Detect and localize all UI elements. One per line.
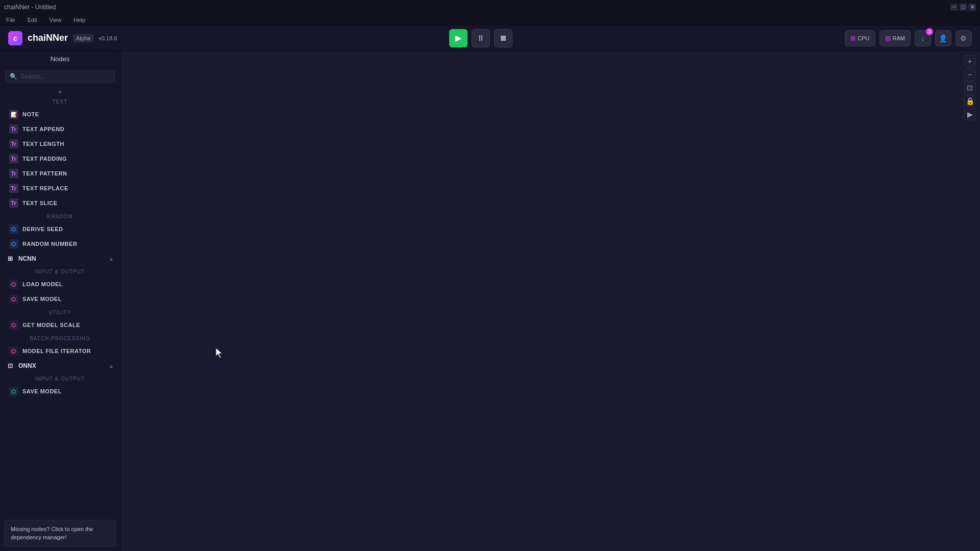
node-text-append[interactable]: Tr TEXT APPEND — [3, 122, 117, 136]
menu-file[interactable]: File — [4, 16, 17, 24]
minimize-button[interactable]: ─ — [950, 4, 958, 11]
cpu-icon: ⊞ — [850, 35, 855, 42]
note-label: NOTE — [22, 111, 39, 117]
zoom-in-button[interactable]: + — [964, 55, 976, 67]
app-version: v0.18.6 — [99, 35, 117, 41]
ram-button[interactable]: ▤ RAM — [879, 30, 911, 46]
derive-seed-icon: ⬡ — [9, 224, 18, 234]
get-model-scale-label: GET MODEL SCALE — [22, 322, 80, 328]
toolbar-right: ⊞ CPU ▤ RAM ↓ 3 👤 ⚙ — [845, 30, 972, 46]
maximize-button[interactable]: □ — [960, 4, 967, 11]
ncnn-batch-label: BATCH PROCESSING — [0, 333, 120, 343]
text-replace-icon: Tr — [9, 184, 18, 193]
stop-button[interactable]: ⏹ — [494, 29, 512, 47]
ncnn-utility-label: UTILITY — [0, 307, 120, 317]
node-ncnn-save-model[interactable]: ⬡ SAVE MODEL — [3, 292, 117, 306]
text-slice-label: TEXT SLICE — [22, 200, 58, 206]
ram-icon: ▤ — [885, 35, 891, 42]
ncnn-save-model-label: SAVE MODEL — [22, 296, 62, 302]
model-file-iterator-label: MODEL FILE ITERATOR — [22, 348, 91, 354]
download-badge: 3 — [926, 28, 933, 35]
profile-button[interactable]: 👤 — [935, 30, 951, 46]
close-button[interactable]: ✕ — [969, 4, 976, 11]
ncnn-section-left: ⊞ NCNN — [6, 255, 36, 263]
random-number-label: RANDOM NUMBER — [22, 241, 77, 247]
search-input[interactable] — [20, 73, 110, 80]
onnx-icon: ⊡ — [6, 362, 14, 370]
node-text-padding[interactable]: Tr TEXT PADDING — [3, 152, 117, 166]
app-logo: c — [8, 31, 22, 45]
settings-button[interactable]: ⚙ — [955, 30, 972, 46]
play-button[interactable]: ▶ — [449, 29, 468, 47]
titlebar-title: chaiNNer - Untitled — [4, 4, 56, 11]
text-padding-label: TEXT PADDING — [22, 156, 67, 162]
pause-button[interactable]: ⏸ — [472, 29, 490, 47]
sidebar-scroll[interactable]: ▲ TEXT 📝 NOTE Tr TEXT APPEND Tr TEXT LEN… — [0, 86, 120, 516]
sidebar-header: Nodes — [0, 51, 120, 67]
node-text-replace[interactable]: Tr TEXT REPLACE — [3, 181, 117, 195]
canvas-area[interactable]: + − ⊡ 🔒 ▶ — [120, 51, 980, 551]
onnx-section-left: ⊡ ONNX — [6, 362, 36, 370]
scroll-up-indicator: ▲ — [0, 86, 120, 96]
cpu-button[interactable]: ⊞ CPU — [845, 30, 875, 46]
node-text-slice[interactable]: Tr TEXT SLICE — [3, 196, 117, 210]
cursor-indicator — [215, 347, 225, 361]
ncnn-icon: ⊞ — [6, 255, 14, 263]
titlebar-left: chaiNNer - Untitled — [4, 4, 56, 11]
text-pattern-icon: Tr — [9, 169, 18, 178]
lock-button[interactable]: 🔒 — [964, 95, 976, 107]
ncnn-input-output-label: INPUT & OUTPUT — [0, 266, 120, 277]
onnx-chevron-icon: ▲ — [109, 363, 114, 369]
ncnn-save-model-icon: ⬡ — [9, 294, 18, 304]
menu-edit[interactable]: Edit — [26, 16, 39, 24]
ncnn-load-model-icon: ⬡ — [9, 280, 18, 289]
onnx-save-model-icon: ⬡ — [9, 387, 18, 396]
menu-help[interactable]: Help — [71, 16, 87, 24]
node-random-number[interactable]: ⬡ RANDOM NUMBER — [3, 237, 117, 251]
node-text-length[interactable]: Tr TEXT LENGTH — [3, 137, 117, 151]
missing-nodes-line1: Missing nodes? Click to open the — [11, 526, 93, 532]
missing-nodes-banner[interactable]: Missing nodes? Click to open the depende… — [4, 520, 116, 547]
missing-nodes-line2: dependency manager! — [11, 534, 66, 540]
forward-button[interactable]: ▶ — [964, 108, 976, 120]
ram-label: RAM — [893, 35, 905, 41]
node-note[interactable]: 📝 NOTE — [3, 107, 117, 121]
fit-button[interactable]: ⊡ — [964, 82, 976, 94]
ncnn-label: NCNN — [18, 255, 36, 262]
main-container: Nodes 🔍 ▲ TEXT 📝 NOTE Tr TEXT APPEND — [0, 51, 980, 551]
text-append-label: TEXT APPEND — [22, 126, 64, 132]
menubar: File Edit View Help — [0, 14, 980, 26]
node-ncnn-load-model[interactable]: ⬡ LOAD MODEL — [3, 277, 117, 291]
onnx-save-model-label: SAVE MODEL — [22, 388, 62, 394]
app-name: chaiNNer — [28, 33, 68, 43]
ncnn-section-header[interactable]: ⊞ NCNN ▲ — [0, 252, 120, 266]
onnx-section-header[interactable]: ⊡ ONNX ▲ — [0, 359, 120, 373]
app-badge: Alpha — [73, 34, 93, 42]
text-padding-icon: Tr — [9, 154, 18, 163]
toolbar-center: ▶ ⏸ ⏹ — [449, 29, 512, 47]
search-icon: 🔍 — [10, 73, 17, 80]
model-file-iterator-icon: ⬡ — [9, 346, 18, 356]
text-slice-icon: Tr — [9, 198, 18, 208]
zoom-out-button[interactable]: − — [964, 68, 976, 81]
node-text-pattern[interactable]: Tr TEXT PATTERN — [3, 166, 117, 181]
sidebar: Nodes 🔍 ▲ TEXT 📝 NOTE Tr TEXT APPEND — [0, 51, 120, 551]
random-category-label: RANDOM — [0, 211, 120, 221]
node-get-model-scale[interactable]: ⬡ GET MODEL SCALE — [3, 318, 117, 332]
node-onnx-save-model[interactable]: ⬡ SAVE MODEL — [3, 384, 117, 398]
ncnn-load-model-label: LOAD MODEL — [22, 281, 63, 287]
titlebar: chaiNNer - Untitled ─ □ ✕ — [0, 0, 980, 14]
node-derive-seed[interactable]: ⬡ DERIVE SEED — [3, 222, 117, 236]
menu-view[interactable]: View — [47, 16, 64, 24]
zoom-controls: + − ⊡ 🔒 ▶ — [960, 51, 980, 124]
onnx-input-output-label: INPUT & OUTPUT — [0, 373, 120, 384]
cpu-label: CPU — [857, 35, 869, 41]
random-number-icon: ⬡ — [9, 239, 18, 248]
search-bar: 🔍 — [0, 67, 120, 86]
toolbar: c chaiNNer Alpha v0.18.6 ▶ ⏸ ⏹ ⊞ CPU ▤ R… — [0, 26, 980, 51]
text-length-icon: Tr — [9, 139, 18, 148]
node-model-file-iterator[interactable]: ⬡ MODEL FILE ITERATOR — [3, 344, 117, 358]
derive-seed-label: DERIVE SEED — [22, 226, 63, 232]
text-length-label: TEXT LENGTH — [22, 141, 64, 147]
note-icon: 📝 — [9, 110, 18, 119]
